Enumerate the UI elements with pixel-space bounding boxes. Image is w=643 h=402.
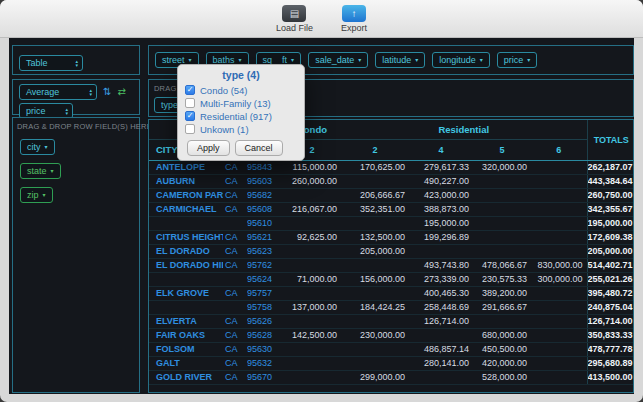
row-field-chip-city[interactable]: city▾ [20, 139, 55, 155]
row-zip-label[interactable]: 95757 [247, 286, 283, 300]
row-city-label[interactable]: CAMERON PARK [149, 188, 223, 202]
row-city-label[interactable]: FAIR OAKS [149, 328, 223, 342]
row-zip-label[interactable]: 95628 [247, 328, 283, 342]
filter-popup: type (4) ✓Condo (54)Multi-Family (13)✓Re… [177, 64, 305, 161]
row-order-icon[interactable]: ⇅ [103, 87, 111, 97]
aggregator-select[interactable]: Average ▴ ▾ [19, 84, 97, 100]
row-city-label[interactable] [149, 216, 223, 230]
table-row: ELVERTACA95626126,714.00126,714.00 [149, 314, 634, 328]
row-city-label[interactable]: AUBURN [149, 174, 223, 188]
app-window: ▤ Load File ↑ Export Table ▴ ▾ Ave [0, 0, 643, 402]
row-city-label[interactable] [149, 300, 223, 314]
row-zip-label[interactable]: 95843 [247, 160, 283, 174]
col-group-residential[interactable]: Residential [341, 120, 587, 139]
row-zip-label[interactable]: 95682 [247, 188, 283, 202]
col-field-chip-type-label: type [161, 100, 178, 110]
col-order-icon[interactable]: ⇄ [117, 87, 125, 97]
row-total-value: 260,750.00 [587, 188, 634, 202]
table-row: CAMERON PARKCA95682206,666.67423,000.002… [149, 188, 634, 202]
cell-value: 258,448.69 [409, 300, 473, 314]
row-total-value: 240,875.04 [587, 300, 634, 314]
row-city-label[interactable]: ANTELOPE [149, 160, 223, 174]
filter-option-1[interactable]: Multi-Family (13) [185, 97, 297, 109]
row-state-label: CA [223, 230, 247, 244]
cancel-button[interactable]: Cancel [235, 140, 283, 156]
toolbar: ▤ Load File ↑ Export [0, 0, 643, 38]
row-zip-label[interactable]: 95610 [247, 216, 283, 230]
field-chip-price[interactable]: price▾ [497, 52, 538, 68]
row-zip-label[interactable]: 95603 [247, 174, 283, 188]
table-row: GALTCA95632280,141.00420,000.00295,680.8… [149, 356, 634, 370]
row-city-label[interactable]: ELVERTA [149, 314, 223, 328]
cell-value [531, 188, 587, 202]
row-zip-label[interactable]: 95758 [247, 300, 283, 314]
cell-value: 478,066.67 [473, 258, 531, 272]
col-header-2[interactable]: 2 [341, 139, 409, 160]
row-city-label[interactable]: ELK GROVE [149, 286, 223, 300]
filter-option-2[interactable]: ✓Residential (917) [185, 110, 297, 122]
row-city-label[interactable]: GOLD RIVER [149, 370, 223, 384]
row-zip-label[interactable]: 95623 [247, 244, 283, 258]
export-button[interactable]: ↑ Export [341, 5, 367, 33]
field-chip-latitude[interactable]: latitude▾ [375, 52, 425, 68]
cell-value: 92,625.00 [283, 230, 341, 244]
field-chip-sale_date[interactable]: sale_date▾ [308, 52, 368, 68]
row-fields-drop-area[interactable]: DRAG & DROP ROW FIELD(S) HERE city▾state… [12, 117, 140, 393]
row-zip-label[interactable]: 95630 [247, 342, 283, 356]
cell-value [473, 230, 531, 244]
row-state-label: CA [223, 328, 247, 342]
cell-value [341, 286, 409, 300]
row-zip-label[interactable]: 95670 [247, 370, 283, 384]
row-city-label[interactable]: EL DORADO [149, 244, 223, 258]
cell-value [473, 314, 531, 328]
checked-checkbox-icon[interactable]: ✓ [185, 85, 195, 95]
row-field-chip-state-label: state [27, 166, 47, 176]
checked-checkbox-icon[interactable]: ✓ [185, 111, 195, 121]
cell-value [531, 356, 587, 370]
row-city-label[interactable]: EL DORADO HILLS [149, 258, 223, 272]
row-city-label[interactable] [149, 272, 223, 286]
chevron-down-icon: ▾ [43, 190, 46, 200]
field-chip-longitude[interactable]: longitude▾ [432, 52, 490, 68]
row-city-label[interactable]: CARMICHAEL [149, 202, 223, 216]
load-file-button[interactable]: ▤ Load File [276, 5, 313, 33]
col-header-4[interactable]: 4 [409, 139, 473, 160]
cell-value: 830,000.00 [531, 258, 587, 272]
cell-value: 216,067.00 [283, 202, 341, 216]
renderer-select[interactable]: Table ▴ ▾ [19, 55, 83, 71]
table-row: FAIR OAKSCA95628142,500.00230,000.00680,… [149, 328, 634, 342]
row-total-value: 395,480.72 [587, 286, 634, 300]
row-field-chip-state[interactable]: state▾ [20, 163, 61, 179]
cell-value: 206,666.67 [341, 188, 409, 202]
cell-value: 450,500.00 [473, 342, 531, 356]
unchecked-checkbox-icon[interactable] [185, 124, 195, 134]
filter-option-3[interactable]: Unkown (1) [185, 123, 297, 135]
field-chip-price-label: price [504, 55, 524, 65]
row-city-label[interactable]: CITRUS HEIGHTS [149, 230, 223, 244]
row-total-value: 295,680.89 [587, 356, 634, 370]
filter-option-0[interactable]: ✓Condo (54) [185, 84, 297, 96]
cell-value: 680,000.00 [473, 328, 531, 342]
cell-value: 486,857.14 [409, 342, 473, 356]
col-header-5[interactable]: 5 [473, 139, 531, 160]
row-zip-label[interactable]: 95624 [247, 272, 283, 286]
unchecked-checkbox-icon[interactable] [185, 98, 195, 108]
row-zip-label[interactable]: 95626 [247, 314, 283, 328]
export-icon: ↑ [342, 5, 366, 22]
cell-value: 115,000.00 [283, 160, 341, 174]
load-file-icon: ▤ [282, 5, 306, 22]
row-city-label[interactable]: GALT [149, 356, 223, 370]
row-zip-label[interactable]: 95632 [247, 356, 283, 370]
apply-button[interactable]: Apply [187, 140, 230, 156]
cell-value: 423,000.00 [409, 188, 473, 202]
row-zip-label[interactable]: 95621 [247, 230, 283, 244]
row-city-label[interactable]: FOLSOM [149, 342, 223, 356]
cell-value [341, 342, 409, 356]
cell-value: 260,000.00 [283, 174, 341, 188]
col-header-6[interactable]: 6 [531, 139, 587, 160]
row-zip-label[interactable]: 95608 [247, 202, 283, 216]
row-field-chip-zip[interactable]: zip▾ [20, 187, 53, 203]
field-chip-latitude-label: latitude [382, 55, 411, 65]
cell-value: 132,500.00 [341, 230, 409, 244]
row-zip-label[interactable]: 95762 [247, 258, 283, 272]
